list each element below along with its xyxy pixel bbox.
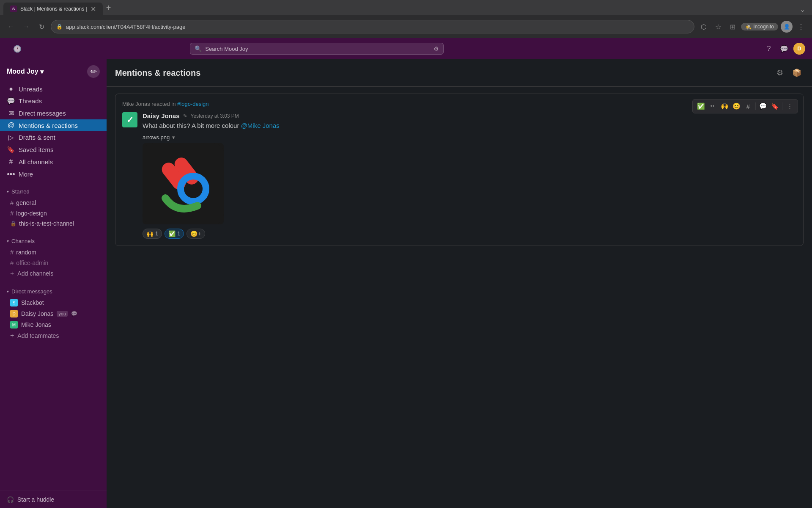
active-tab[interactable]: S Slack | Mentions & reactions | ✕ — [3, 3, 103, 15]
workspace-name-button[interactable]: Mood Joy ▾ — [7, 68, 44, 76]
add-reaction-button[interactable]: 😊+ — [187, 229, 205, 239]
avatar-checkmark: ✓ — [126, 115, 134, 125]
message-mention[interactable]: @Mike Jonas — [241, 122, 280, 129]
channel-hash-icon: # — [10, 210, 14, 217]
toolbar-clapping-button[interactable]: 🙌 — [719, 101, 730, 112]
toolbar-more-button[interactable]: ⋮ — [784, 101, 795, 112]
channel-item-test-channel[interactable]: 🔒 this-is-a-test-channel — [0, 218, 107, 229]
svg-text:S: S — [12, 7, 15, 11]
archive-button[interactable]: 📦 — [790, 66, 804, 80]
reaction-checkmark[interactable]: ✅ 1 — [165, 229, 184, 239]
search-filter-button[interactable]: ⚙ — [433, 45, 439, 52]
dm-section-header[interactable]: ▾ Direct messages — [0, 286, 107, 297]
sidebar-nav-label: Saved items — [19, 146, 54, 153]
add-channels-button[interactable]: + Add channels — [0, 268, 107, 279]
sidebar-item-threads[interactable]: 💬 Threads — [0, 95, 107, 107]
sidebar-item-saved-items[interactable]: 🔖 Saved items — [0, 144, 107, 156]
history-button[interactable]: 🕐 — [11, 43, 23, 55]
toolbar-dots-button[interactable]: •• — [707, 101, 718, 112]
starred-chevron-icon: ▾ — [7, 189, 9, 194]
toolbar-reply-button[interactable]: 💬 — [757, 101, 768, 112]
topbar-right: ? 💬 D — [763, 43, 805, 55]
channel-item-random[interactable]: # random — [0, 247, 107, 257]
address-bar[interactable]: 🔒 app.slack.com/client/T04A4T58F4H/activ… — [51, 20, 694, 33]
sidebar-nav-label: Threads — [19, 97, 42, 105]
channel-hash-icon: # — [10, 259, 14, 266]
user-avatar-topbar[interactable]: D — [793, 43, 805, 55]
dm-item-mike-jonas[interactable]: M Mike Jonas — [0, 319, 107, 330]
new-tab-button[interactable]: + — [103, 1, 115, 14]
browser-profile-avatar[interactable]: 👤 — [781, 21, 793, 33]
channel-item-logo-design[interactable]: # logo-design — [0, 208, 107, 218]
channel-lock-icon: 🔒 — [10, 221, 16, 226]
clapping-count: 1 — [155, 230, 158, 237]
add-teammates-button[interactable]: + Add teammates — [0, 330, 107, 341]
search-bar[interactable]: 🔍 Search Mood Joy ⚙ — [190, 43, 444, 55]
saved-icon: 🔖 — [7, 146, 15, 154]
more-icon: ••• — [7, 170, 15, 179]
start-huddle-button[interactable]: 🎧 Start a huddle — [7, 496, 100, 503]
message-reactions: 🙌 1 ✅ 1 😊+ — [143, 229, 796, 239]
toolbar-emoji-button[interactable]: 😊 — [731, 101, 742, 112]
chat-icon-button[interactable]: 💬 — [778, 43, 790, 55]
svg-text:D: D — [797, 45, 801, 52]
toolbar-bookmark-button[interactable]: 🔖 — [769, 101, 780, 112]
channel-link[interactable]: #logo-design — [177, 101, 208, 107]
dm-item-daisy-jonas[interactable]: D Daisy Jonas you 💬 — [0, 308, 107, 319]
header-actions: ⚙ 📦 — [773, 66, 804, 80]
message-body: ✓ Daisy Jonas ✎ Yesterday at 3:03 PM Wha… — [122, 112, 796, 239]
browser-more-button[interactable]: ⋮ — [795, 21, 807, 33]
message-attachment: arrows.png ▾ — [143, 134, 796, 224]
attachment-header: arrows.png ▾ — [143, 134, 796, 141]
dm-item-slackbot[interactable]: S Slackbot — [0, 297, 107, 308]
channel-item-office-admin[interactable]: # office-admin — [0, 257, 107, 268]
bookmark-star-icon[interactable]: ☆ — [712, 21, 724, 33]
tab-close-button[interactable]: ✕ — [91, 5, 96, 13]
sidebar-scroll: ● Unreads 💬 Threads ✉ Direct messages @ … — [0, 81, 107, 491]
toolbar-hashtag-button[interactable]: # — [743, 101, 754, 112]
sidebar-header: Mood Joy ▾ ✏ — [0, 59, 107, 81]
channels-section: ▾ Channels # random # office-admin + Add… — [0, 232, 107, 282]
attachment-image[interactable] — [143, 143, 224, 224]
mentions-icon: @ — [7, 121, 15, 129]
main-content: Mentions & reactions ⚙ 📦 ✅ •• 🙌 😊 # — [107, 59, 812, 508]
refresh-button[interactable]: ↻ — [36, 21, 47, 33]
incognito-label: Incognito — [753, 24, 774, 30]
sidebar-nav-label: More — [19, 171, 33, 178]
sidebar-footer: 🎧 Start a huddle — [0, 491, 107, 508]
sidebar-item-drafts-sent[interactable]: ▷ Drafts & sent — [0, 131, 107, 144]
channel-item-general[interactable]: # general — [0, 197, 107, 208]
channels-section-header[interactable]: ▾ Channels — [0, 235, 107, 247]
dm-name: Daisy Jonas — [21, 310, 53, 317]
compose-icon: ✏ — [91, 67, 97, 76]
message-content: Daisy Jonas ✎ Yesterday at 3:03 PM What … — [143, 112, 796, 239]
sidebar-nav-label: All channels — [19, 158, 53, 166]
help-button[interactable]: ? — [763, 43, 775, 55]
incognito-badge: 🕵 Incognito — [741, 23, 778, 30]
channel-hash-icon: # — [10, 199, 14, 206]
sidebar-nav-label: Unreads — [19, 86, 43, 93]
reaction-clapping[interactable]: 🙌 1 — [143, 229, 162, 239]
forward-button[interactable]: → — [20, 21, 32, 33]
sidebar-item-direct-messages-nav[interactable]: ✉ Direct messages — [0, 107, 107, 119]
message-author-name[interactable]: Daisy Jonas — [143, 112, 180, 119]
sidebar-nav: ● Unreads 💬 Threads ✉ Direct messages @ … — [0, 81, 107, 182]
sidebar-item-unreads[interactable]: ● Unreads — [0, 83, 107, 95]
attachment-dropdown-icon[interactable]: ▾ — [172, 134, 175, 141]
sidebar-item-all-channels[interactable]: # All channels — [0, 156, 107, 168]
compose-button[interactable]: ✏ — [87, 65, 100, 78]
dm-name: Slackbot — [21, 299, 44, 306]
sidebar-item-more[interactable]: ••• More — [0, 168, 107, 181]
dm-section: ▾ Direct messages S Slackbot D Daisy Jon… — [0, 282, 107, 345]
tab-list-button[interactable]: ⌄ — [796, 4, 809, 15]
dm-chevron-icon: ▾ — [7, 289, 9, 294]
sidebar-nav-label: Drafts & sent — [19, 134, 55, 141]
back-button[interactable]: ← — [5, 21, 17, 33]
cast-icon[interactable]: ⬡ — [698, 21, 710, 33]
browser-menu-icon[interactable]: ⊞ — [727, 21, 738, 33]
filter-button[interactable]: ⚙ — [773, 66, 787, 80]
search-placeholder: Search Mood Joy — [205, 46, 430, 52]
starred-section-header[interactable]: ▾ Starred — [0, 186, 107, 197]
toolbar-check-button[interactable]: ✅ — [695, 101, 706, 112]
sidebar-item-mentions-reactions[interactable]: @ Mentions & reactions — [0, 119, 107, 131]
